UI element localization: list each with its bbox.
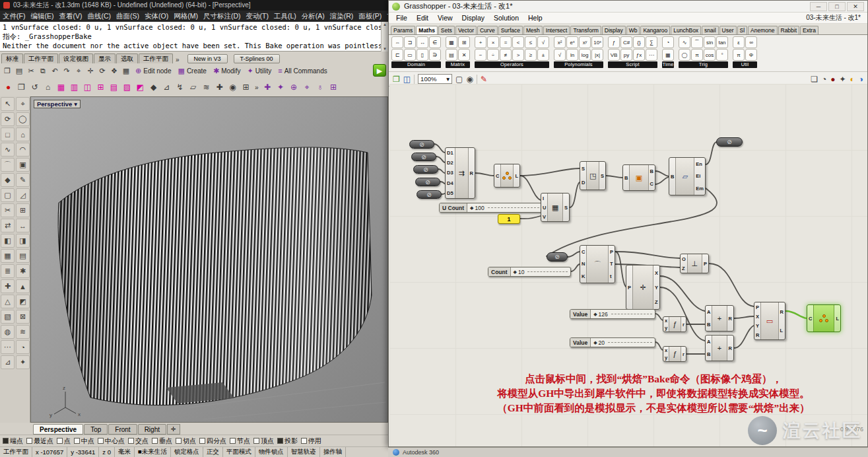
status-cell[interactable]: 正交 xyxy=(203,447,223,457)
component-icon[interactable]: log xyxy=(579,49,591,61)
close-button[interactable]: ✕ xyxy=(847,2,864,11)
component-icon[interactable]: ⇔ xyxy=(391,36,403,48)
output-port[interactable]: L xyxy=(515,173,518,179)
ribbon-group-label[interactable]: Operators xyxy=(475,61,549,68)
menu-item[interactable]: Solution xyxy=(489,14,523,22)
input-port[interactable]: N xyxy=(582,261,585,267)
status-cell[interactable]: 平面模式 xyxy=(223,447,255,457)
component-icon[interactable]: ▭ xyxy=(404,49,416,61)
transform-toolbar-icon[interactable]: ✚ xyxy=(261,81,274,94)
slider-rail[interactable]: ◆ 10 xyxy=(511,267,570,276)
sidebar-toolbar-icon[interactable]: ◿ xyxy=(16,188,30,202)
checkbox-icon[interactable] xyxy=(277,438,283,444)
input-port[interactable]: P xyxy=(756,304,759,310)
display-mode-icon[interactable]: ● xyxy=(830,75,835,84)
output-port[interactable]: t xyxy=(610,273,613,279)
toolbar-icon[interactable]: ⊞ xyxy=(240,81,252,94)
status-cell[interactable]: x -107657 xyxy=(32,447,67,457)
component-icon[interactable]: ▦ xyxy=(446,36,457,48)
sidebar-toolbar-icon[interactable]: ◆ xyxy=(1,173,15,187)
sidebar-toolbar-icon[interactable]: ⊠ xyxy=(16,310,30,324)
tsplines-toolbar-button[interactable]: ⊕ Edit node xyxy=(132,65,174,77)
divide-curve-component[interactable]: CNK ⌒ PTt xyxy=(580,245,615,283)
status-cell[interactable]: y -33641 xyxy=(67,447,99,457)
deconstruct-point-component[interactable]: P ✛ XYZ xyxy=(626,265,660,310)
number-panel[interactable]: 1 xyxy=(498,214,520,224)
component-icon[interactable]: ↔ xyxy=(417,36,428,48)
output-port[interactable]: X xyxy=(655,270,658,276)
rhino-menu-item[interactable]: 曲线(C) xyxy=(84,12,114,21)
display-mode-icon[interactable]: ◐ xyxy=(850,75,855,84)
component-icon[interactable]: ✕ xyxy=(458,49,470,61)
component-icon[interactable]: > xyxy=(512,49,524,61)
toolbar-icon[interactable]: ◉ xyxy=(226,81,239,94)
component-tab[interactable]: User xyxy=(719,26,737,34)
component-icon[interactable]: ∞ xyxy=(745,36,757,48)
component-icon[interactable]: ⊏ xyxy=(391,49,403,61)
sidebar-toolbar-icon[interactable]: ◧ xyxy=(1,234,15,248)
output-port[interactable]: r xyxy=(683,322,684,328)
output-port[interactable]: r xyxy=(683,351,684,357)
osnap-toggle[interactable]: 点 xyxy=(57,437,71,446)
component-icon[interactable]: cos xyxy=(704,49,716,61)
output-port[interactable]: R xyxy=(729,316,732,322)
sidebar-toolbar-icon[interactable]: △ xyxy=(1,295,15,308)
sketch-pen-icon[interactable]: ✎ xyxy=(481,75,487,84)
plane-normal-component[interactable]: OZ ⊥ P xyxy=(680,254,709,273)
slider-grip-icon[interactable]: ◆ xyxy=(470,205,473,211)
checkbox-icon[interactable] xyxy=(74,438,80,444)
checkbox-icon[interactable] xyxy=(26,438,32,444)
slider-track[interactable] xyxy=(611,314,652,314)
osnap-toggle[interactable]: 顶点 xyxy=(253,437,274,446)
toolbar-icon[interactable]: ✂ xyxy=(25,65,37,77)
new-viewport-tab-icon[interactable]: ✛ xyxy=(167,424,180,435)
component-tab[interactable]: Extra xyxy=(800,26,818,34)
component-tab[interactable]: Sl xyxy=(737,26,748,34)
sidebar-toolbar-icon[interactable]: ≣ xyxy=(1,264,15,278)
sidebar-toolbar-icon[interactable]: ◔ xyxy=(16,340,30,354)
input-port[interactable]: x xyxy=(665,347,667,353)
output-port[interactable]: L xyxy=(836,316,839,322)
input-port[interactable]: B xyxy=(624,175,628,181)
checkbox-icon[interactable] xyxy=(57,438,63,444)
sidebar-toolbar-icon[interactable]: ⊿ xyxy=(1,355,15,369)
component-icon[interactable]: ▯ xyxy=(417,49,428,61)
sidebar-toolbar-icon[interactable]: ⟳ xyxy=(1,112,15,126)
component-icon[interactable]: ⋯ xyxy=(646,49,657,61)
ribbon-group-label[interactable]: Trig xyxy=(679,61,728,68)
component-icon[interactable]: 10ˣ xyxy=(591,36,603,48)
toolbar-icon[interactable]: ↺ xyxy=(28,81,41,94)
input-port[interactable]: S xyxy=(582,166,585,172)
component-tab[interactable]: Wb xyxy=(626,26,640,34)
component-icon[interactable]: Φ xyxy=(745,49,757,61)
osnap-toggle[interactable]: 交点 xyxy=(128,437,149,446)
component-icon[interactable]: py xyxy=(620,49,632,61)
osnap-toggle[interactable]: 节点 xyxy=(230,437,250,446)
component-icon[interactable]: < xyxy=(512,36,524,48)
toolbar-icon[interactable]: ≋ xyxy=(200,81,213,94)
component-icon[interactable]: ± xyxy=(537,49,549,61)
toolbar-tab[interactable]: 选取 xyxy=(116,53,138,63)
menu-item[interactable]: Help xyxy=(523,14,547,22)
component-tab[interactable]: Transform xyxy=(570,26,601,34)
geometry-param-capsule[interactable]: ⊘ xyxy=(415,178,440,186)
rhino-menu-item[interactable]: 网格(M) xyxy=(171,12,201,21)
output-port[interactable]: Em xyxy=(696,186,704,192)
input-port[interactable]: D2 xyxy=(447,160,453,166)
component-icon[interactable]: √ xyxy=(554,49,566,61)
toolbar-icon[interactable]: ⊿ xyxy=(160,81,173,94)
slider-grip-icon[interactable]: ◆ xyxy=(593,340,597,345)
input-port[interactable]: X xyxy=(756,314,759,320)
status-cell[interactable]: 毫米 xyxy=(115,447,135,457)
component-icon[interactable]: ƒx xyxy=(633,49,645,61)
component-icon[interactable]: = xyxy=(500,36,512,48)
input-port[interactable]: D xyxy=(582,180,585,186)
output-port[interactable]: S xyxy=(601,173,604,179)
component-icon[interactable]: ▦ xyxy=(662,49,674,61)
save-file-icon[interactable]: ◫ xyxy=(403,75,411,84)
value-number-slider[interactable]: Value ◆ 20 xyxy=(570,337,655,347)
tsplines-go-button[interactable]: ▶ xyxy=(373,64,386,77)
scroll-down-icon[interactable]: ▾ xyxy=(384,46,386,52)
component-tab[interactable]: Anemone xyxy=(748,26,777,34)
tsplines-toolbar-button[interactable]: ▦ Create xyxy=(174,65,209,77)
